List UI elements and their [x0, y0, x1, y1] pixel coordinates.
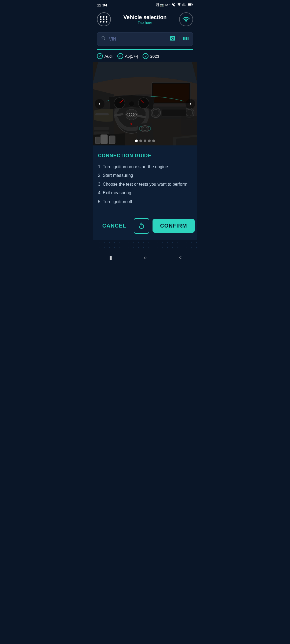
- car-image: S: [93, 62, 197, 145]
- guide-step-2: 2. Start measuring: [98, 173, 192, 178]
- carousel-dot-5[interactable]: [152, 140, 155, 142]
- search-section: VIN: [93, 29, 197, 46]
- progress-bar-section: [93, 46, 197, 50]
- svg-point-25: [186, 109, 193, 116]
- car-image-wrap: S: [93, 62, 197, 145]
- system-home-button[interactable]: ○: [144, 255, 147, 261]
- wireless-button[interactable]: [179, 12, 193, 26]
- svg-rect-28: [94, 127, 109, 130]
- breadcrumb: ✓ Audi ✓ A5[17-] ✓ 2023: [93, 50, 197, 62]
- notification-dot: •: [169, 3, 171, 7]
- status-time: 12:04: [97, 3, 107, 7]
- search-divider: [179, 36, 180, 42]
- header-subtitle[interactable]: Tap here: [123, 20, 166, 25]
- search-icon: [101, 36, 106, 42]
- svg-rect-1: [188, 3, 191, 6]
- bottom-decorative-pattern: [93, 240, 197, 251]
- screen-status-icon: 📷: [160, 3, 164, 7]
- gmail-status-icon: M: [165, 3, 168, 7]
- header-title-wrap: Vehicle selection Tap here: [123, 14, 166, 25]
- image-status-icon: 🖼: [155, 3, 159, 7]
- bottom-actions: CANCEL CONFIRM: [93, 213, 197, 240]
- page-title: Vehicle selection: [123, 14, 166, 20]
- svg-rect-2: [193, 4, 193, 5]
- carousel-prev-button[interactable]: [95, 99, 104, 109]
- camera-scan-icon[interactable]: [169, 35, 176, 43]
- carousel-dot-2[interactable]: [139, 140, 142, 142]
- search-bar[interactable]: VIN: [97, 32, 193, 46]
- system-menu-button[interactable]: |||: [108, 255, 112, 261]
- guide-step-4: 4. Exit measuring.: [98, 190, 192, 196]
- confirm-button[interactable]: CONFIRM: [153, 219, 194, 233]
- carousel-dot-4[interactable]: [148, 140, 151, 142]
- status-bar: 12:04 🖼 📷 M •: [93, 0, 197, 10]
- header: Vehicle selection Tap here: [93, 10, 197, 29]
- guide-step-3: 3. Choose the test or tests you want to …: [98, 181, 192, 187]
- svg-point-23: [153, 109, 159, 116]
- chevron-left-icon: [97, 101, 102, 106]
- car-interior-image: S: [93, 62, 197, 145]
- menu-dots-icon: [100, 16, 108, 23]
- chevron-right-icon: [188, 101, 193, 106]
- system-back-button[interactable]: <: [179, 255, 182, 261]
- search-right-icons: [169, 35, 189, 43]
- signal-icon: [182, 2, 187, 8]
- mute-icon: [172, 2, 176, 8]
- wifi-icon: [177, 2, 181, 8]
- vin-search-input[interactable]: VIN: [109, 37, 167, 42]
- system-nav-bar: ||| ○ <: [93, 251, 197, 264]
- carousel-next-button[interactable]: [186, 99, 195, 109]
- battery-icon: [188, 3, 193, 7]
- svg-point-36: [143, 127, 147, 131]
- svg-rect-27: [95, 113, 109, 115]
- guide-step-5: 5. Turn ignition off: [98, 199, 192, 205]
- carousel-dot-3[interactable]: [144, 140, 146, 142]
- svg-point-42: [129, 101, 134, 107]
- breadcrumb-item-make[interactable]: ✓ Audi: [97, 53, 113, 59]
- breadcrumb-label-year: 2023: [150, 54, 159, 58]
- svg-rect-37: [181, 116, 197, 135]
- reset-button[interactable]: [134, 218, 149, 234]
- svg-point-12: [126, 109, 137, 120]
- breadcrumb-item-year[interactable]: ✓ 2023: [143, 53, 159, 59]
- svg-text:S: S: [130, 123, 132, 126]
- guide-step-1: 1. Turn ignition on or start the engine: [98, 164, 192, 170]
- cancel-button[interactable]: CANCEL: [98, 220, 130, 232]
- svg-rect-32: [109, 136, 115, 144]
- barcode-scan-icon[interactable]: [183, 35, 189, 43]
- reset-icon: [138, 222, 145, 230]
- breadcrumb-label-make: Audi: [104, 54, 113, 58]
- check-icon-make: ✓: [97, 53, 103, 59]
- svg-rect-20: [153, 84, 189, 103]
- menu-button[interactable]: [97, 12, 111, 26]
- guide-steps-list: 1. Turn ignition on or start the engine …: [98, 164, 192, 205]
- check-icon-year: ✓: [143, 53, 148, 59]
- status-icons: 🖼 📷 M •: [155, 2, 193, 8]
- check-icon-model: ✓: [117, 53, 123, 59]
- svg-rect-26: [162, 109, 186, 116]
- connection-guide-section: CONNECTION GUIDE 1. Turn ignition on or …: [93, 145, 197, 213]
- wireless-icon: [183, 16, 190, 23]
- breadcrumb-label-model: A5[17-]: [125, 54, 138, 58]
- svg-rect-31: [101, 135, 107, 144]
- svg-rect-33: [95, 137, 100, 144]
- carousel-dots: [135, 140, 155, 142]
- connection-guide-title: CONNECTION GUIDE: [98, 153, 192, 159]
- carousel-dot-1[interactable]: [135, 140, 138, 142]
- breadcrumb-item-model[interactable]: ✓ A5[17-]: [117, 53, 138, 59]
